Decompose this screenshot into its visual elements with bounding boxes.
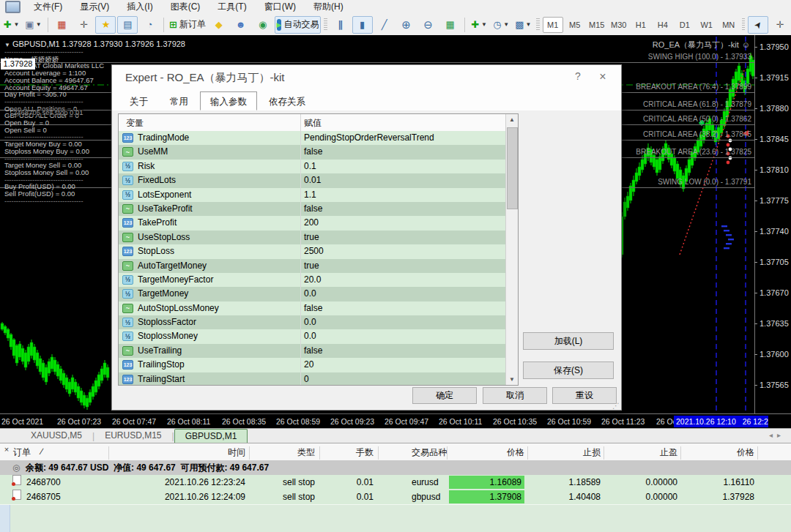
column-header-手数[interactable]: 手数 [356,446,374,459]
timeframe-H1[interactable]: H1 [631,17,651,33]
parameter-value[interactable]: true [304,232,319,242]
dialog-tab-关于[interactable]: 关于 [119,91,158,110]
parameter-value[interactable]: 0.0 [304,288,316,299]
parameter-row[interactable]: ~UseStopLosstrue [119,231,507,244]
community-button[interactable] [231,16,251,34]
parameter-row[interactable]: ~AutoStopLossMoneyfalse [119,301,507,315]
parameter-row[interactable]: ½Risk0.1 [119,160,507,173]
parameter-value[interactable]: true [304,261,319,271]
parameter-value[interactable]: false [304,146,322,157]
timeframe-M1[interactable]: M1 [543,17,563,33]
menu-item-窗口(W)[interactable]: 窗口(W) [256,0,305,13]
menu-item-文件(F)[interactable]: 文件(F) [25,0,71,13]
resize-grip[interactable]: ⋰ [612,402,620,410]
cursor-button[interactable] [748,16,768,34]
parameter-row[interactable]: ½TargetMoney0.0 [119,287,507,301]
parameter-value[interactable]: false [304,303,322,313]
parameter-row[interactable]: ½StoplossFactor0.0 [119,315,507,329]
profiles-button[interactable]: ▼ [23,16,43,34]
dialog-tab-输入参数[interactable]: 输入参数 [200,91,257,110]
terminal-close-button[interactable]: × [2,445,11,454]
zoom-in-button[interactable] [396,16,417,34]
timeframe-MN[interactable]: MN [718,17,739,33]
dialog-help-button[interactable]: ? [570,70,586,82]
strategy-tester-button[interactable] [139,16,160,34]
column-header-止损[interactable]: 止损 [583,446,601,459]
column-header-止盈[interactable]: 止盈 [660,446,677,459]
parameter-value[interactable]: 0.0 [304,331,316,341]
column-header-价格[interactable]: 价格 [737,446,754,459]
parameter-value[interactable]: 0.01 [304,175,321,185]
crosshair-button[interactable] [770,16,790,34]
bar-chart-button[interactable] [330,16,351,34]
new-order-button[interactable]: 新订单 [168,16,207,34]
chart-tab-EURUSD,M15[interactable]: EURUSD,M15 [94,429,171,443]
order-row[interactable]: 24687052021.10.26 12:24:09sell stop0.01g… [0,490,791,505]
parameter-value[interactable]: PendingStopOrderReversalTrend [304,132,434,143]
auto-trading-button[interactable]: 自动交易 [275,16,322,34]
scroll-down-icon[interactable]: ▼ [506,376,518,383]
column-variable[interactable]: 变量 [126,117,144,130]
timeframe-M30[interactable]: M30 [609,17,629,33]
parameter-value[interactable]: 0 [304,374,309,384]
indicators-button[interactable]: ▼ [468,16,489,34]
parameter-row[interactable]: ~UseTrailingfalse [119,344,507,358]
candlestick-chart-button[interactable] [352,16,373,34]
templates-button[interactable]: ▼ [513,16,533,34]
parameter-value[interactable]: 20.0 [304,274,321,285]
timeframe-D1[interactable]: D1 [675,17,695,33]
toolbar-drag-handle[interactable] [742,18,745,31]
parameter-row[interactable]: 123StopLoss2500 [119,244,507,258]
line-chart-button[interactable] [374,16,395,34]
price-scale[interactable]: 1.379501.379151.378801.378451.378101.377… [754,35,791,413]
dialog-tab-依存关系[interactable]: 依存关系 [259,91,316,110]
parameter-value[interactable]: 1.1 [304,190,316,200]
parameter-row[interactable]: 123TakeProfit200 [119,216,507,230]
load-button[interactable]: 加载(L) [523,332,614,350]
parameter-row[interactable]: ~AutoTargetMoneytrue [119,259,507,273]
parameter-row[interactable]: 123TrailingStart0 [119,372,507,385]
time-axis[interactable]: 26 Oct 202126 Oct 07:2326 Oct 07:4726 Oc… [0,413,791,429]
dialog-tab-常用[interactable]: 常用 [160,91,198,110]
column-header-订单[interactable]: 订单 [13,446,31,459]
column-header-时间[interactable]: 时间 [228,446,245,459]
chart-tab-XAUUSD,M5[interactable]: XAUUSD,M5 [21,429,92,443]
reset-button[interactable]: 重设 [552,387,617,404]
timeframe-W1[interactable]: W1 [697,17,717,33]
scrollbar-thumb[interactable] [507,127,518,209]
menu-item-插入(I)[interactable]: 插入(I) [118,0,161,13]
tab-scroll-arrows[interactable]: ◂▸ [769,431,785,439]
navigator-button[interactable] [95,16,116,34]
menu-item-显示(V)[interactable]: 显示(V) [71,0,118,13]
ok-button[interactable]: 确定 [412,387,477,404]
parameter-row[interactable]: ½StoplossMoney0.0 [119,329,507,343]
periods-button[interactable]: ▼ [491,16,511,34]
table-scrollbar[interactable]: ▲ ▼ [505,114,518,385]
column-header-交易品种[interactable]: 交易品种 [412,446,447,459]
parameter-row[interactable]: ½FixedLots0.01 [119,173,507,187]
parameter-row[interactable]: ~UseMMfalse [119,145,507,159]
parameter-row[interactable]: 123TradingModePendingStopOrderReversalTr… [119,131,507,145]
parameter-row[interactable]: ½LotsExponent1.1 [119,188,507,202]
column-header-类型[interactable]: 类型 [297,446,315,459]
dialog-close-button[interactable]: × [595,70,611,83]
new-chart-button[interactable]: ▼ [1,16,21,34]
metaquotes-button[interactable] [253,16,273,34]
parameter-value[interactable]: false [304,345,322,356]
timeframe-H4[interactable]: H4 [653,17,673,33]
parameter-row[interactable]: 123TrailingStop20 [119,358,507,372]
chart-tab-GBPUSD,M1[interactable]: GBPUSD,M1 [174,429,248,444]
market-watch-button[interactable] [51,16,72,34]
timeframe-M15[interactable]: M15 [587,17,607,33]
column-header-价格[interactable]: 价格 [507,446,524,459]
menu-item-帮助(H)[interactable]: 帮助(H) [305,0,352,13]
tile-windows-button[interactable] [440,16,461,34]
save-button[interactable]: 保存(S) [523,361,614,379]
scroll-up-icon[interactable]: ▲ [506,116,518,123]
parameter-value[interactable]: 20 [304,359,313,370]
parameter-value[interactable]: 2500 [304,246,324,256]
metaeditor-button[interactable] [209,16,229,34]
menu-item-图表(C)[interactable]: 图表(C) [162,0,209,13]
toolbar-drag-handle[interactable] [536,18,539,31]
parameter-value[interactable]: false [304,203,322,214]
